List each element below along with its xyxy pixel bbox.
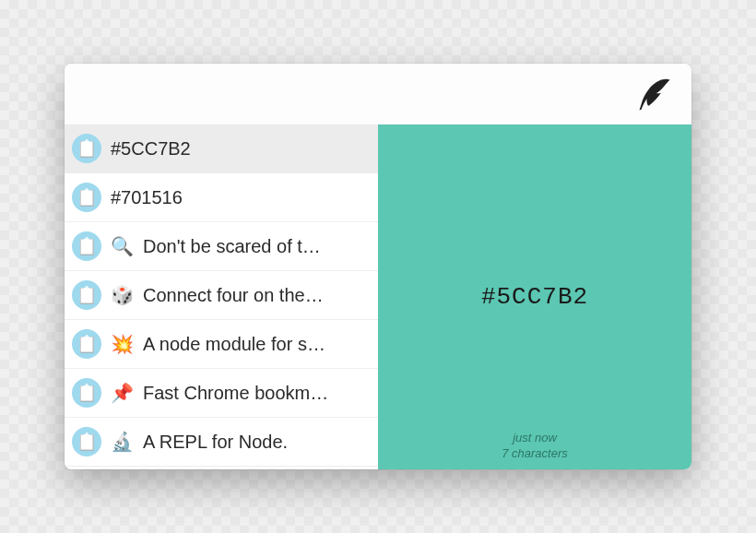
clipboard-icon: 📋 [72,183,101,212]
clipboard-icon: 📋 [72,280,101,310]
preview-meta-time: just now [378,431,691,446]
list-item-label: #701516 [111,187,369,208]
preview-meta-chars: 7 characters [378,446,691,462]
list-item[interactable]: 📋 🎲 Connect four on the… [65,271,378,320]
clipboard-icon: 📋 [72,427,101,456]
list-item[interactable]: 📋 🔍 Don't be scared of t… [65,222,378,271]
clipboard-icon: 📋 [72,378,101,408]
item-emoji: 🎲 [111,284,134,306]
list-item[interactable]: 📋 #701516 [65,173,378,222]
list-item-label: Fast Chrome bookm… [143,383,369,404]
clipboard-list: 📋 #5CC7B2 📋 #701516 📋 🔍 Don't be scared … [65,124,378,469]
list-item-label: A REPL for Node. [143,432,369,453]
clipboard-icon: 📋 [72,329,101,359]
preview-panel: #5CC7B2 just now 7 characters [378,124,691,469]
item-emoji: 📌 [111,382,134,404]
clipboard-icon: 📋 [72,231,101,261]
list-item[interactable]: 📋 #5CC7B2 [65,124,378,173]
clipboard-icon: 📋 [72,134,101,163]
list-item-label: #5CC7B2 [111,138,369,160]
preview-meta: just now 7 characters [378,431,691,462]
item-emoji: 💥 [111,333,134,355]
list-item-label: Connect four on the… [143,285,369,306]
item-emoji: 🔬 [111,431,134,453]
list-item[interactable]: 📋 📌 Fast Chrome bookm… [65,369,378,418]
item-emoji: 🔍 [111,235,134,257]
header-bar [65,64,691,124]
list-item-label: A node module for s… [143,334,369,355]
preview-content: #5CC7B2 [481,283,588,311]
list-item[interactable]: 📋 🔬 A REPL for Node. [65,418,378,467]
body: 📋 #5CC7B2 📋 #701516 📋 🔍 Don't be scared … [65,124,691,469]
app-window: 📋 #5CC7B2 📋 #701516 📋 🔍 Don't be scared … [65,64,691,469]
feather-icon [636,75,675,113]
list-item-label: Don't be scared of t… [143,236,369,257]
list-item[interactable]: 📋 💥 A node module for s… [65,320,378,369]
